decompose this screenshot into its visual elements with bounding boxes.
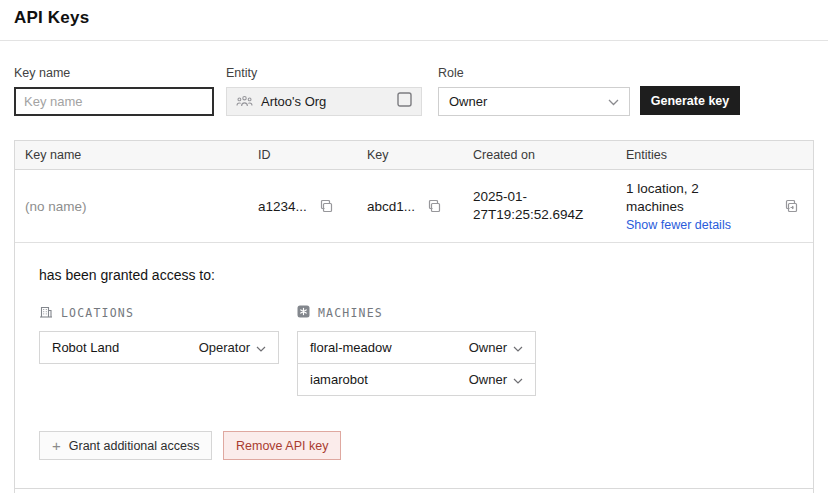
machine-role-value: Owner <box>469 340 507 355</box>
id-value: a1234... <box>258 199 307 214</box>
machine-name: iamarobot <box>310 372 368 387</box>
show-fewer-details-link[interactable]: Show fewer details <box>626 218 731 232</box>
grant-additional-access-button[interactable]: + Grant additional access <box>39 431 212 460</box>
machines-list: floral-meadow Owner iamarobot Owner <box>297 331 536 396</box>
access-intro: has been granted access to: <box>39 267 215 283</box>
entity-field: Entity Artoo's Org <box>226 66 422 116</box>
chevron-down-icon <box>608 94 619 109</box>
cell-created-on: 2025-01-27T19:25:52.694Z <box>473 188 626 224</box>
copy-key-icon[interactable] <box>427 199 442 214</box>
cell-key-name: (no name) <box>15 199 258 214</box>
chevron-down-icon <box>513 372 523 387</box>
page-title: API Keys <box>14 8 89 28</box>
location-role-select[interactable]: Operator <box>199 340 266 355</box>
header-divider <box>0 40 828 41</box>
entity-value: Artoo's Org <box>261 94 326 109</box>
cell-entities: 1 location, 2 machines Show fewer detail… <box>626 180 776 231</box>
machine-role-select[interactable]: Owner <box>469 340 523 355</box>
organization-icon <box>236 93 253 111</box>
machine-role-value: Owner <box>469 372 507 387</box>
location-role-value: Operator <box>199 340 250 355</box>
cell-id: a1234... <box>258 199 367 214</box>
cell-key: abcd1... <box>367 199 473 214</box>
cell-actions <box>776 198 813 214</box>
machine-access-row: floral-meadow Owner <box>297 331 536 364</box>
machine-name: floral-meadow <box>310 340 392 355</box>
table-header-row: Key name ID Key Created on Entities <box>15 141 813 170</box>
created-on-value: 2025-01-27T19:25:52.694Z <box>473 188 605 224</box>
location-access-row: Robot Land Operator <box>39 331 279 364</box>
table-row: (no name) a1234... abcd1... <box>15 170 813 243</box>
building-icon <box>39 305 53 321</box>
header-key: Key <box>367 148 473 162</box>
machine-icon <box>297 305 310 321</box>
locations-list: Robot Land Operator <box>39 331 279 364</box>
machines-section-label: MACHINES <box>297 305 383 321</box>
entity-label: Entity <box>226 66 422 80</box>
role-label: Role <box>438 66 630 80</box>
chevron-down-icon <box>513 340 523 355</box>
generate-key-button[interactable]: Generate key <box>640 86 740 115</box>
entities-summary: 1 location, 2 machines <box>626 180 738 215</box>
plus-icon: + <box>52 438 61 453</box>
duplicate-key-icon[interactable] <box>783 198 799 214</box>
grant-button-label: Grant additional access <box>69 439 200 453</box>
machine-access-row: iamarobot Owner <box>297 363 536 396</box>
header-created-on: Created on <box>473 148 626 162</box>
chevron-down-icon <box>256 340 266 355</box>
role-value: Owner <box>449 94 487 109</box>
machines-label-text: MACHINES <box>318 306 383 320</box>
locations-section-label: LOCATIONS <box>39 305 134 321</box>
location-name: Robot Land <box>52 340 119 355</box>
role-select[interactable]: Owner <box>438 87 630 116</box>
machine-role-select[interactable]: Owner <box>469 372 523 387</box>
key-value: abcd1... <box>367 199 415 214</box>
header-entities: Entities <box>626 148 776 162</box>
role-field: Role Owner <box>438 66 630 116</box>
copy-id-icon[interactable] <box>319 199 334 214</box>
api-keys-table: Key name ID Key Created on Entities (no … <box>14 140 814 493</box>
checkbox-icon[interactable] <box>397 92 412 111</box>
key-name-input[interactable] <box>14 87 214 116</box>
api-keys-page: API Keys Key name Entity Artoo's Org <box>0 0 828 493</box>
header-id: ID <box>258 148 367 162</box>
entity-selector[interactable]: Artoo's Org <box>226 87 422 116</box>
locations-label-text: LOCATIONS <box>61 306 134 320</box>
header-key-name: Key name <box>15 148 258 162</box>
key-details-panel: has been granted access to: LOCATIONS Ro… <box>15 243 813 489</box>
key-name-label: Key name <box>14 66 214 80</box>
remove-api-key-button[interactable]: Remove API key <box>223 431 341 460</box>
key-name-field: Key name <box>14 66 214 116</box>
